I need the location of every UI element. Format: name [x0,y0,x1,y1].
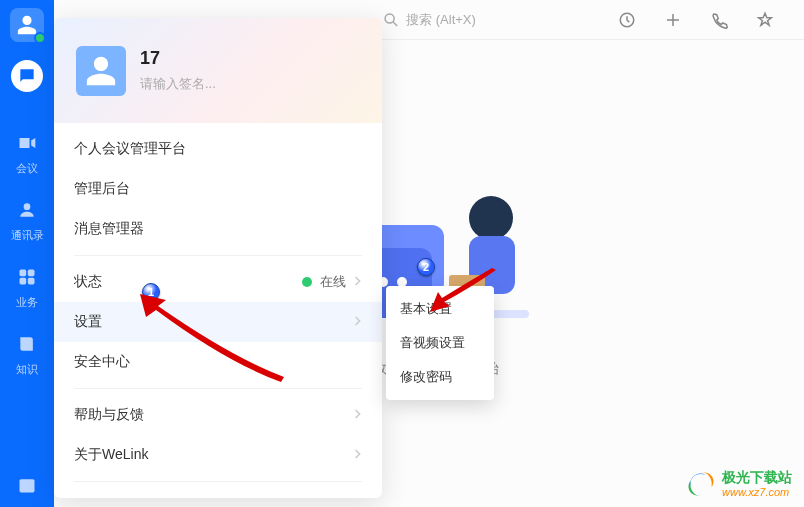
nav-messages[interactable]: 消息 [6,60,48,109]
menu-label: 安全中心 [74,353,130,371]
chevron-right-icon [354,408,362,423]
nav-label: 通讯录 [11,228,44,243]
search-icon [382,11,400,29]
phone-icon [710,11,728,29]
menu-logout[interactable]: 退出登录 [54,488,382,498]
watermark-icon [686,469,716,499]
status-value: 在线 [320,273,346,291]
search-placeholder: 搜索 (Alt+X) [406,11,476,29]
menu-settings[interactable]: 设置 [54,302,382,342]
history-button[interactable] [616,9,638,31]
avatar[interactable] [10,8,44,42]
menu-label: 关于WeLink [74,446,148,464]
left-sidebar: 消息 会议 通讯录 业务 知识 [0,0,54,507]
menu-status[interactable]: 状态 在线 [54,262,382,302]
star-icon [756,11,774,29]
video-icon [17,133,37,153]
divider [74,481,362,482]
svg-point-12 [397,277,407,287]
svg-rect-4 [28,278,35,285]
plus-icon [664,11,682,29]
svg-rect-3 [20,278,27,285]
menu-security[interactable]: 安全中心 [54,342,382,382]
divider [74,255,362,256]
svg-rect-1 [20,270,27,277]
watermark-url: www.xz7.com [722,486,792,498]
chevron-right-icon [354,275,362,290]
annotation-badge-1: 1 [142,283,160,301]
menu-personal-meeting[interactable]: 个人会议管理平台 [54,129,382,169]
status-dot-icon [302,277,312,287]
profile-header: 17 请输入签名... [54,18,382,123]
nav-label: 知识 [16,362,38,377]
divider [74,388,362,389]
annotation-badge-2: 2 [417,258,435,276]
svg-point-13 [469,196,513,240]
menu-label: 设置 [74,313,102,331]
watermark: 极光下载站 www.xz7.com [686,469,792,499]
nav-knowledge[interactable]: 知识 [6,328,48,377]
chevron-right-icon [354,315,362,330]
profile-name: 17 [140,48,216,69]
apps-icon [17,267,37,287]
submenu-basic[interactable]: 基本设置 [386,292,494,326]
star-button[interactable] [754,9,776,31]
nav-label: 业务 [16,295,38,310]
profile-panel: 17 请输入签名... 个人会议管理平台 管理后台 消息管理器 状态 在线 设置… [54,18,382,498]
plus-button[interactable] [662,9,684,31]
chevron-right-icon [354,448,362,463]
submenu-password[interactable]: 修改密码 [386,360,494,394]
chat-icon [17,66,37,86]
menu-label: 状态 [74,273,102,291]
menu-label: 个人会议管理平台 [74,140,186,158]
watermark-name: 极光下载站 [722,470,792,485]
nav-meeting[interactable]: 会议 [6,127,48,176]
call-button[interactable] [708,9,730,31]
svg-rect-2 [28,270,35,277]
user-icon [16,14,38,36]
submenu-av[interactable]: 音视频设置 [386,326,494,360]
nav-label: 会议 [16,161,38,176]
history-icon [618,11,636,29]
settings-submenu: 基本设置 音视频设置 修改密码 [386,286,494,400]
calendar-icon [17,475,37,495]
menu-admin[interactable]: 管理后台 [54,169,382,209]
profile-menu: 个人会议管理平台 管理后台 消息管理器 状态 在线 设置 安全中心 帮助与反馈 … [54,123,382,498]
menu-label: 管理后台 [74,180,130,198]
book-icon [17,334,37,354]
online-dot-icon [34,32,46,44]
menu-label: 帮助与反馈 [74,406,144,424]
nav-label: 消息 [16,94,38,109]
search-input[interactable]: 搜索 (Alt+X) [382,11,476,29]
profile-avatar[interactable] [76,46,126,96]
nav-calendar[interactable] [0,475,54,495]
svg-point-6 [385,14,394,23]
svg-point-0 [24,203,31,210]
svg-rect-5 [20,479,35,492]
menu-help[interactable]: 帮助与反馈 [54,395,382,435]
contacts-icon [17,200,37,220]
nav-business[interactable]: 业务 [6,261,48,310]
menu-about[interactable]: 关于WeLink [54,435,382,475]
nav-contacts[interactable]: 通讯录 [6,194,48,243]
menu-message-manager[interactable]: 消息管理器 [54,209,382,249]
signature-input[interactable]: 请输入签名... [140,75,216,93]
menu-label: 消息管理器 [74,220,144,238]
user-icon [84,54,118,88]
